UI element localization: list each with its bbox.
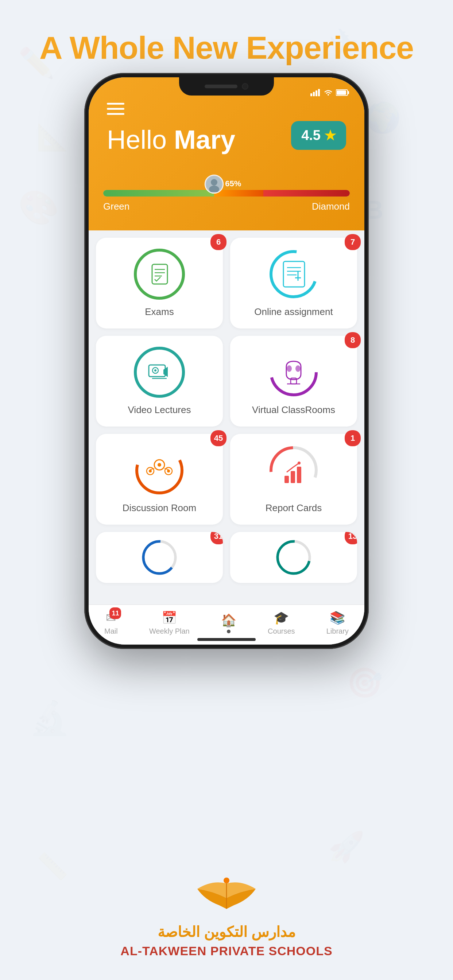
svg-rect-17 xyxy=(337,91,346,95)
exams-card[interactable]: 6 E xyxy=(96,238,223,328)
discussion-room-label: Discussion Room xyxy=(123,503,196,514)
progress-labels: Green Diamond xyxy=(103,201,350,212)
partial-card-left[interactable]: 31 xyxy=(96,532,223,583)
rating-badge: 4.5 ★ xyxy=(291,121,346,150)
svg-point-35 xyxy=(154,369,156,372)
svg-text:🌍: 🌍 xyxy=(365,100,401,135)
status-icons xyxy=(310,89,350,96)
rating-value: 4.5 xyxy=(301,127,321,143)
exams-label: Exams xyxy=(145,306,174,318)
discussion-room-icon-ring xyxy=(134,445,185,496)
grid-row-1: 6 E xyxy=(96,238,357,328)
svg-rect-21 xyxy=(152,264,167,284)
svg-text:🔬: 🔬 xyxy=(29,698,70,738)
headline-prefix: A Whole New xyxy=(39,30,246,65)
star-icon: ★ xyxy=(324,128,336,143)
home-dot xyxy=(227,630,231,633)
mail-badge: 11 xyxy=(109,608,121,619)
nav-library[interactable]: 📚 Library xyxy=(327,610,349,635)
school-english-name: AL-TAKWEEN PRIVATE SCHOOLS xyxy=(120,944,332,958)
home-indicator xyxy=(197,638,256,641)
svg-text:📏: 📏 xyxy=(37,851,69,881)
svg-text:🚀: 🚀 xyxy=(328,829,365,864)
report-cards-card[interactable]: 1 Report Card xyxy=(230,434,357,525)
weekly-plan-label: Weekly Plan xyxy=(149,627,190,635)
svg-text:📐: 📐 xyxy=(37,122,69,153)
online-assignment-card[interactable]: 7 Online assi xyxy=(230,238,357,328)
svg-point-38 xyxy=(287,365,292,372)
svg-point-19 xyxy=(211,179,217,186)
online-assignment-badge: 7 xyxy=(345,234,361,250)
exams-badge: 6 xyxy=(211,234,226,250)
video-lectures-card[interactable]: Video Lectures xyxy=(96,336,223,426)
partial-left-badge: 31 xyxy=(211,532,223,544)
phone-frame: Hello Mary 4.5 ★ xyxy=(84,73,369,649)
grid-row-2: Video Lectures 8 xyxy=(96,336,357,426)
svg-point-48 xyxy=(167,469,170,473)
school-footer: مدارس التكوين الخاصة AL-TAKWEEN PRIVATE … xyxy=(99,872,354,958)
svg-rect-32 xyxy=(149,365,165,377)
virtual-classrooms-icon-ring xyxy=(268,347,319,398)
partial-row: 31 13 xyxy=(96,532,357,583)
report-cards-icon-ring xyxy=(268,445,319,496)
discussion-room-card[interactable]: 45 xyxy=(96,434,223,525)
svg-rect-26 xyxy=(283,261,305,287)
svg-rect-10 xyxy=(310,93,312,96)
level-diamond: Diamond xyxy=(312,201,350,212)
camera xyxy=(242,83,248,90)
nav-home[interactable]: 🏠 xyxy=(221,613,236,633)
home-icon: 🏠 xyxy=(221,613,236,627)
report-cards-badge: 1 xyxy=(345,430,361,446)
svg-rect-54 xyxy=(291,471,295,483)
level-green: Green xyxy=(103,201,129,212)
exams-icon-ring xyxy=(134,249,185,300)
nav-mail[interactable]: ✉ 11 Mail xyxy=(104,610,118,635)
svg-rect-13 xyxy=(318,89,320,96)
notch xyxy=(179,77,274,95)
partial-right-badge: 13 xyxy=(345,532,357,544)
video-lectures-label: Video Lectures xyxy=(128,404,191,415)
online-assignment-icon-ring xyxy=(268,249,319,300)
partial-card-right[interactable]: 13 xyxy=(230,532,357,583)
page-headline: A Whole New Experience xyxy=(0,29,453,66)
svg-point-14 xyxy=(327,94,329,95)
weekly-plan-icon: 📅 xyxy=(161,610,177,625)
svg-text:🎯: 🎯 xyxy=(346,665,383,700)
school-arabic-name: مدارس التكوين الخاصة xyxy=(158,923,295,940)
grid-row-3: 45 xyxy=(96,434,357,525)
school-logo: مدارس التكوين الخاصة AL-TAKWEEN PRIVATE … xyxy=(99,872,354,958)
svg-text:🎨: 🎨 xyxy=(18,188,59,227)
svg-point-56 xyxy=(298,461,301,465)
username: Mary xyxy=(174,125,235,154)
courses-icon: 🎓 xyxy=(274,610,289,625)
svg-rect-16 xyxy=(348,91,349,94)
svg-point-37 xyxy=(271,350,316,395)
greeting-text: Hello Mary xyxy=(107,125,235,154)
wifi-icon xyxy=(324,89,333,96)
library-label: Library xyxy=(327,627,349,635)
svg-point-39 xyxy=(295,365,301,372)
video-lectures-icon-ring xyxy=(134,347,185,398)
svg-rect-11 xyxy=(313,92,315,96)
svg-point-44 xyxy=(158,463,161,467)
courses-label: Courses xyxy=(268,627,295,635)
online-assignment-label: Online assignment xyxy=(254,306,333,318)
app-header: Hello Mary 4.5 ★ xyxy=(89,77,364,231)
svg-rect-55 xyxy=(297,467,301,483)
library-icon: 📚 xyxy=(330,610,345,625)
virtual-classrooms-card[interactable]: 8 Virtual ClassRooms xyxy=(230,336,357,426)
progress-orange xyxy=(214,190,263,197)
discussion-room-badge: 45 xyxy=(211,430,226,446)
hamburger-menu[interactable] xyxy=(107,103,124,115)
progress-container: 65% Green Diamond xyxy=(103,190,350,212)
progress-green xyxy=(103,190,214,197)
svg-point-62 xyxy=(223,878,230,883)
nav-courses[interactable]: 🎓 Courses xyxy=(268,610,295,635)
nav-weekly-plan[interactable]: 📅 Weekly Plan xyxy=(149,610,190,635)
report-cards-label: Report Cards xyxy=(266,503,322,514)
virtual-classrooms-badge: 8 xyxy=(345,332,361,348)
svg-point-46 xyxy=(149,469,152,473)
mail-label: Mail xyxy=(104,627,118,635)
headline-highlight: Experience xyxy=(246,30,414,65)
hello-prefix: Hello xyxy=(107,125,174,154)
